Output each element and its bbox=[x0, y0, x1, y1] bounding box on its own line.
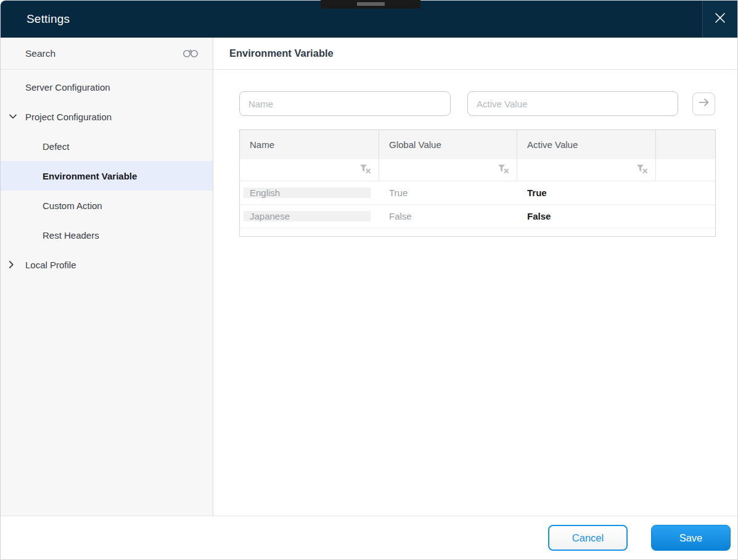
sidebar-item-label: Server Configuration bbox=[25, 82, 110, 93]
sidebar-item-project-configuration[interactable]: Project Configuration bbox=[1, 102, 213, 131]
main-title-row: Environment Variable bbox=[213, 38, 737, 70]
dialog-body: Search Server Configuration bbox=[1, 38, 737, 516]
clear-filter-icon[interactable] bbox=[498, 164, 509, 176]
sidebar-item-server-configuration[interactable]: Server Configuration bbox=[1, 72, 213, 102]
table-row[interactable]: English True True bbox=[240, 181, 715, 205]
clear-filter-icon[interactable] bbox=[359, 164, 371, 176]
sidebar-item-label: Environment Variable bbox=[43, 171, 137, 181]
row-name-cell: Japanese bbox=[240, 205, 379, 228]
filter-cell-name[interactable] bbox=[240, 159, 379, 181]
cancel-button[interactable]: Cancel bbox=[548, 525, 628, 551]
window-drag-handle[interactable] bbox=[321, 0, 420, 9]
row-active-value-cell[interactable]: False bbox=[517, 205, 656, 228]
sidebar-item-label: Defect bbox=[43, 141, 69, 152]
row-active-value-cell[interactable]: True bbox=[517, 181, 656, 204]
settings-window: Settings Search bbox=[0, 0, 738, 560]
chevron-down-icon bbox=[9, 114, 17, 120]
filter-cell-empty bbox=[656, 159, 715, 181]
add-variable-row bbox=[239, 91, 715, 116]
main-content: Name Global Value Active Value bbox=[213, 70, 737, 237]
drag-handle-line bbox=[357, 4, 385, 6]
sidebar-item-environment-variable[interactable]: Environment Variable bbox=[1, 161, 213, 191]
sidebar: Search Server Configuration bbox=[1, 38, 213, 516]
variable-name-value: English bbox=[244, 187, 371, 198]
settings-dialog: Settings Search bbox=[0, 0, 738, 560]
filter-cell-active[interactable] bbox=[517, 159, 656, 181]
variable-name-value: Japanese bbox=[244, 211, 371, 221]
sidebar-item-label: Project Configuration bbox=[25, 112, 112, 122]
sidebar-item-label: Custom Action bbox=[43, 200, 102, 211]
sidebar-item-custom-action[interactable]: Custom Action bbox=[1, 191, 213, 220]
main-panel: Environment Variable bbox=[213, 38, 737, 516]
search-label: Search bbox=[25, 48, 182, 59]
binoculars-icon bbox=[182, 47, 199, 60]
dialog-footer: Cancel Save bbox=[1, 516, 737, 559]
sidebar-item-local-profile[interactable]: Local Profile bbox=[1, 250, 213, 279]
table-row[interactable]: Japanese False False bbox=[240, 205, 715, 228]
sidebar-item-defect[interactable]: Defect bbox=[1, 131, 213, 161]
name-input[interactable] bbox=[239, 91, 451, 116]
column-header-active-value[interactable]: Active Value bbox=[517, 130, 656, 159]
arrow-right-icon bbox=[699, 98, 710, 109]
column-header-empty bbox=[656, 130, 715, 159]
filter-cell-global[interactable] bbox=[379, 159, 517, 181]
table-footer-spacer bbox=[240, 228, 715, 236]
drag-handle-line bbox=[357, 2, 385, 4]
table-header-row: Name Global Value Active Value bbox=[240, 130, 715, 159]
sidebar-search[interactable]: Search bbox=[1, 38, 213, 70]
row-empty-cell bbox=[656, 181, 715, 204]
sidebar-item-label: Local Profile bbox=[25, 260, 76, 270]
chevron-right-icon bbox=[9, 260, 14, 269]
save-button[interactable]: Save bbox=[651, 525, 731, 551]
clear-filter-icon[interactable] bbox=[636, 164, 648, 176]
sidebar-item-label: Rest Headers bbox=[43, 230, 99, 241]
close-button[interactable] bbox=[702, 1, 737, 38]
close-icon bbox=[714, 12, 726, 27]
page-title: Environment Variable bbox=[229, 47, 334, 59]
column-header-name[interactable]: Name bbox=[240, 130, 379, 159]
table-filter-row bbox=[240, 159, 715, 181]
active-value-input[interactable] bbox=[467, 91, 678, 116]
variables-table: Name Global Value Active Value bbox=[239, 130, 716, 237]
sidebar-nav: Server Configuration Project Configurati… bbox=[1, 70, 213, 279]
column-header-global-value[interactable]: Global Value bbox=[379, 130, 517, 159]
row-empty-cell bbox=[656, 205, 715, 228]
row-global-value-cell: True bbox=[379, 181, 517, 204]
sidebar-item-rest-headers[interactable]: Rest Headers bbox=[1, 220, 213, 250]
row-global-value-cell: False bbox=[379, 205, 517, 228]
row-name-cell: English bbox=[240, 181, 379, 204]
submit-arrow-button[interactable] bbox=[692, 93, 715, 115]
